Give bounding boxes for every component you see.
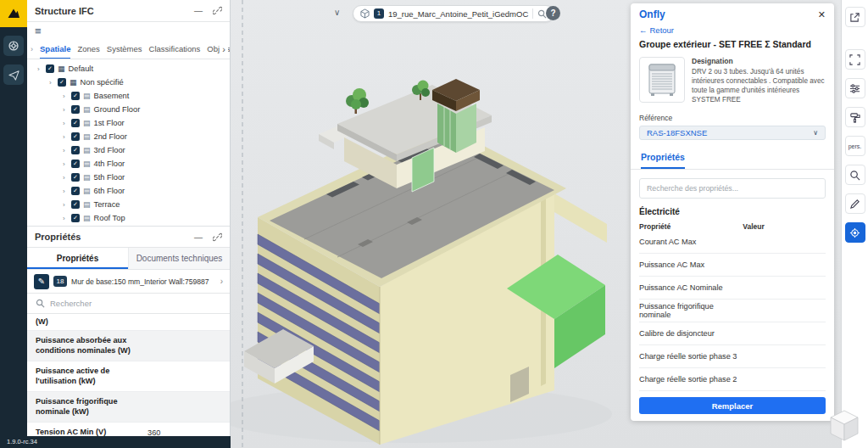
tree-item-5th-floor[interactable]: ›✓▤5th Floor xyxy=(27,171,230,184)
storey-icon: ▤ xyxy=(83,200,91,209)
property-row[interactable]: (W) xyxy=(27,314,230,331)
visibility-checkbox[interactable]: ✓ xyxy=(71,187,80,195)
back-link[interactable]: ← Retour xyxy=(639,25,826,35)
tabs-scroll-right-icon[interactable]: › xyxy=(220,39,228,59)
divider xyxy=(532,8,533,19)
export-view-button[interactable] xyxy=(845,7,865,27)
expander-icon[interactable]: › xyxy=(63,215,68,222)
tab-spatiale[interactable]: Spatiale xyxy=(40,39,70,59)
onfly-property-row[interactable]: Puissance AC Nominale xyxy=(639,277,826,300)
menu-icon[interactable]: ≡ xyxy=(35,25,42,37)
expander-icon[interactable]: › xyxy=(63,160,68,168)
tab-zones[interactable]: Zones xyxy=(77,39,99,59)
property-row[interactable]: Puissance active de l'utilisation (kW) xyxy=(27,361,230,392)
tree-item-terrace[interactable]: ›✓▤Terrace xyxy=(27,198,230,211)
focus-selection-button[interactable] xyxy=(845,222,865,243)
expander-icon[interactable]: › xyxy=(37,65,42,73)
minimize-icon[interactable]: — xyxy=(194,232,203,242)
minimize-icon[interactable]: — xyxy=(194,6,203,15)
tree-item-roof-top[interactable]: ›✓▤Roof Top xyxy=(27,211,230,225)
visibility-checkbox[interactable]: ✓ xyxy=(46,64,54,73)
onfly-property-row[interactable]: Charge réelle sortie phase 2 xyxy=(639,368,826,391)
storey-icon: ▤ xyxy=(83,105,91,114)
tree-item-basement[interactable]: ›✓▤Basement xyxy=(27,89,230,103)
property-row[interactable]: Puissance absorbée aux conditions nomina… xyxy=(27,331,230,361)
tree-item-2nd-floor[interactable]: ›✓▤2nd Floor xyxy=(27,130,230,143)
tree-item-default[interactable]: ›✓▦Default xyxy=(27,62,230,76)
product-image xyxy=(639,57,685,103)
visibility-checkbox[interactable]: ✓ xyxy=(71,132,80,141)
help-button[interactable]: ? xyxy=(546,6,560,20)
property-label: Puissance active de l'utilisation (kW) xyxy=(36,367,147,387)
tab-classifications[interactable]: Classifications xyxy=(149,39,201,59)
view-cube[interactable] xyxy=(826,406,863,444)
visibility-checkbox[interactable]: ✓ xyxy=(71,146,80,154)
expander-icon[interactable]: › xyxy=(63,201,68,209)
visibility-checkbox[interactable]: ✓ xyxy=(71,92,80,100)
appearance-button[interactable] xyxy=(845,107,865,127)
visibility-checkbox[interactable]: ✓ xyxy=(71,200,80,209)
export-icon xyxy=(849,12,860,23)
model-selector[interactable]: 1 19_rue_Marc_Antoine_Petit_iGedmOC xyxy=(353,5,554,22)
left-toolbar xyxy=(0,0,27,448)
tree-item-non-specifie[interactable]: ›✓▦Non spécifié xyxy=(27,76,230,89)
onfly-property-row[interactable]: Courant AC Max xyxy=(639,231,826,254)
onfly-property-row[interactable]: Charge réelle sortie phase 3 xyxy=(639,345,826,368)
expander-icon[interactable]: › xyxy=(63,174,68,182)
visibility-checkbox[interactable]: ✓ xyxy=(71,160,80,168)
tree-label: Basement xyxy=(94,92,130,100)
onfly-property-row[interactable]: Puissance frigorifique nominale xyxy=(639,300,826,322)
expander-icon[interactable]: › xyxy=(63,120,68,127)
filters-button[interactable] xyxy=(845,78,865,98)
reference-select[interactable]: RAS-18FSXNSE ∨ xyxy=(639,126,826,140)
tree-item-ground-floor[interactable]: ›✓▤Ground Floor xyxy=(27,103,230,116)
tab-systemes[interactable]: Systèmes xyxy=(107,39,142,59)
expander-icon[interactable]: › xyxy=(63,147,68,154)
check-icon: ✓ xyxy=(73,215,78,221)
assistant-button[interactable] xyxy=(3,36,24,56)
visibility-checkbox[interactable]: ✓ xyxy=(71,105,80,114)
expander-icon[interactable]: › xyxy=(63,106,68,114)
measure-button[interactable] xyxy=(845,193,865,214)
search-3d-button[interactable] xyxy=(845,165,865,185)
tab-onfly-proprietes[interactable]: Propriétés xyxy=(641,147,685,169)
tree-item-3rd-floor[interactable]: ›✓▤3rd Floor xyxy=(27,143,230,157)
tree-label: 4th Floor xyxy=(94,160,125,168)
search-placeholder: Rechercher xyxy=(50,299,92,308)
property-label: Puissance absorbée aux conditions nomina… xyxy=(36,336,147,356)
check-icon: ✓ xyxy=(47,65,53,71)
perspective-toggle[interactable]: pers. xyxy=(845,136,865,156)
chevron-right-icon[interactable]: › xyxy=(220,277,223,286)
onfly-property-row[interactable]: Puissance AC Max xyxy=(639,254,826,277)
send-feedback-button[interactable] xyxy=(3,64,24,85)
structure-panel: Structure IFC — ≡ › Spatiale Zones Systè… xyxy=(27,0,231,448)
expander-icon[interactable]: › xyxy=(63,133,68,141)
tab-documents-techniques[interactable]: Documents techniques xyxy=(128,248,230,269)
edit-selection-button[interactable]: ✎ xyxy=(34,274,49,289)
app-logo[interactable] xyxy=(0,0,27,27)
selected-element-row[interactable]: ✎ 18 Mur de base:150 mm_Interior Wall:75… xyxy=(27,270,230,294)
expander-icon[interactable]: › xyxy=(63,188,68,195)
onfly-property-row[interactable]: Calibre de disjoncteur xyxy=(639,322,826,345)
expander-icon[interactable]: › xyxy=(49,79,54,87)
detach-panel-icon[interactable] xyxy=(213,6,222,15)
onfly-property-label: Puissance AC Max xyxy=(639,260,743,269)
visibility-checkbox[interactable]: ✓ xyxy=(58,78,66,87)
tabs-scroll-left-icon[interactable]: › xyxy=(31,45,33,53)
onfly-search-input[interactable]: Recherche des propriétés... xyxy=(639,178,826,199)
visibility-checkbox[interactable]: ✓ xyxy=(71,173,80,182)
tree-item-4th-floor[interactable]: ›✓▤4th Floor xyxy=(27,157,230,171)
tree-item-1st-floor[interactable]: ›✓▤1st Floor xyxy=(27,116,230,130)
tree-item-6th-floor[interactable]: ›✓▤6th Floor xyxy=(27,184,230,198)
properties-search-input[interactable]: Rechercher xyxy=(27,294,230,314)
replace-button[interactable]: Remplacer xyxy=(639,397,826,414)
collapse-toolbar-icon[interactable]: ∨ xyxy=(334,8,340,17)
visibility-checkbox[interactable]: ✓ xyxy=(71,214,80,222)
detach-panel-icon[interactable] xyxy=(213,232,222,242)
close-icon[interactable]: ✕ xyxy=(818,9,826,20)
property-row[interactable]: Puissance frigorifique nominale (kW) xyxy=(27,392,230,423)
fullscreen-button[interactable] xyxy=(845,49,865,70)
expander-icon[interactable]: › xyxy=(63,92,68,100)
visibility-checkbox[interactable]: ✓ xyxy=(71,119,80,127)
tab-proprietes[interactable]: Propriétés xyxy=(27,248,128,269)
